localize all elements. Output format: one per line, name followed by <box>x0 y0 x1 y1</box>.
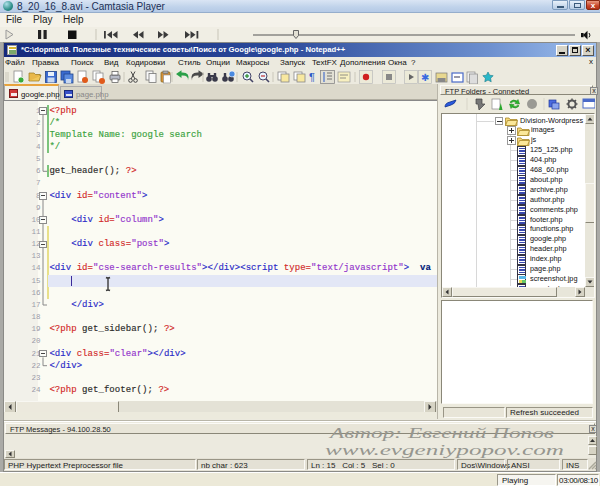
svg-text:✱: ✱ <box>421 72 429 83</box>
svg-text:¶: ¶ <box>309 71 315 83</box>
